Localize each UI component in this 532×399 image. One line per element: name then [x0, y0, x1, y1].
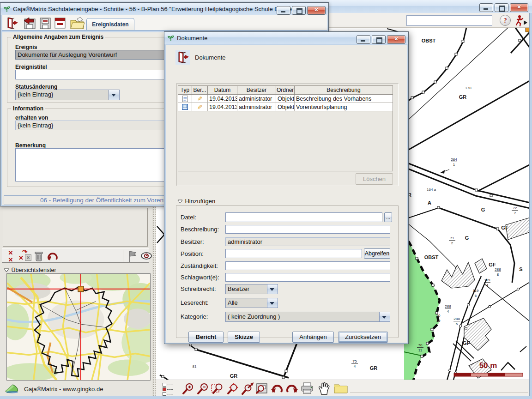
kategorie-dropdown-icon[interactable] [379, 312, 390, 321]
pan-hand-icon[interactable] [318, 381, 330, 395]
folder-icon[interactable] [333, 382, 348, 394]
hinzufuegen-header[interactable]: Hinzufügen [177, 197, 215, 204]
svg-text:81: 81 [193, 364, 197, 369]
dialog-maximize-button[interactable] [372, 35, 386, 44]
run-tool-icon[interactable] [514, 14, 528, 27]
plant-icon [168, 35, 174, 42]
svg-text:GR: GR [370, 365, 378, 371]
print-icon[interactable] [300, 382, 314, 395]
map-bottom-toolbar [156, 380, 532, 396]
svg-text:288: 288 [495, 267, 501, 272]
svg-text:71: 71 [450, 236, 454, 240]
dialog-close-button[interactable]: ✕ [387, 35, 405, 44]
svg-text:72: 72 [513, 206, 517, 210]
schlagworte-label: Schlagwort(e): [181, 274, 219, 281]
bemerkung-label: Bemerkung [15, 142, 46, 149]
help-icon[interactable]: ? [500, 15, 511, 26]
abgreifen-button[interactable]: Abgreifen [364, 248, 390, 259]
zoom-window-icon[interactable] [211, 382, 224, 395]
beschreibung-input[interactable] [225, 225, 390, 234]
col-datum: Datum [208, 86, 237, 94]
buildings-hatched [441, 218, 532, 378]
save-icon[interactable] [38, 16, 52, 30]
save-return-icon[interactable] [23, 16, 36, 30]
cell-besitzer: administrator [237, 103, 276, 111]
zoom-scale-icon[interactable] [241, 382, 255, 395]
kategorie-combo[interactable]: ( keine Zuordnung ) [225, 312, 390, 322]
documents-table[interactable]: Typ Ber... Datum Besitzer Ordner Beschre… [178, 85, 393, 171]
schlagworte-input[interactable] [225, 273, 390, 282]
schreibrecht-dropdown-icon[interactable] [267, 284, 278, 294]
anhaengen-button[interactable]: Anhängen [292, 332, 334, 343]
zustaendigkeit-input[interactable] [225, 261, 390, 270]
app-status-text: Gaja®Matrix - www.gingko.de [24, 386, 103, 393]
svg-text:7: 7 [514, 211, 516, 215]
dialog-titlebar[interactable]: Dokumente ✕ [164, 32, 408, 44]
svg-text:75: 75 [353, 359, 357, 363]
table-header-row[interactable]: Typ Ber... Datum Besitzer Ordner Beschre… [178, 86, 393, 95]
col-ber: Ber... [192, 86, 208, 94]
dialog-minimize-button[interactable] [357, 35, 370, 44]
svg-text:4: 4 [447, 309, 449, 314]
main-minimize-button[interactable] [277, 6, 290, 15]
statusaenderung-label: Statusänderung [15, 84, 57, 90]
tabpane-edge [2, 30, 327, 30]
bericht-button[interactable]: Bericht [188, 332, 224, 343]
map-maximize-button[interactable] [495, 3, 508, 12]
dokumente-dialog: Dokumente ✕ Dokumente Typ Ber... Datum B… [164, 31, 409, 344]
statusaenderung-dropdown-icon[interactable] [109, 90, 119, 100]
trash-icon[interactable] [34, 251, 43, 262]
svg-text:OBST: OBST [424, 254, 439, 260]
table-row[interactable]: ✎ 19.04.2013 administrator Objekt Beschr… [178, 95, 393, 103]
pencil-icon[interactable]: ✎ [196, 96, 203, 101]
position-input[interactable] [225, 249, 362, 258]
undo-icon[interactable] [271, 382, 284, 394]
main-close-button[interactable]: ✕ [307, 6, 326, 15]
schreibrecht-label: Schreibrecht: [181, 285, 216, 292]
map-search-input[interactable] [406, 15, 492, 26]
deselect-all-icon[interactable]: ✕✕ [6, 250, 16, 263]
map-close-button[interactable]: ✕ [510, 3, 528, 12]
zoom-in-icon[interactable] [182, 382, 195, 395]
map-minimize-button[interactable] [479, 3, 493, 12]
svg-text:GF: GF [489, 262, 496, 267]
main-maximize-button[interactable] [292, 6, 306, 15]
statusaenderung-combo[interactable]: {kein Eintrag} [15, 90, 120, 100]
undo-selection-icon[interactable] [46, 250, 59, 262]
leserecht-combo[interactable]: Alle [225, 298, 278, 308]
overview-map[interactable] [6, 273, 151, 381]
browse-button[interactable]: ... [384, 212, 392, 222]
loeschen-button[interactable]: Löschen [356, 173, 393, 185]
selection-toolbar: ✕✕ ✕ ↷ ✕ [2, 248, 149, 263]
invert-selection-icon[interactable]: ✕ ↷ ✕ [18, 251, 31, 262]
svg-text:2: 2 [451, 241, 453, 245]
schreibrecht-combo[interactable]: Besitzer [225, 284, 278, 294]
beschreibung-label: Beschreibung: [181, 226, 219, 233]
zoom-out-icon[interactable] [197, 382, 210, 395]
legend-icon[interactable] [163, 382, 175, 393]
hinzufuegen-label: Hinzufügen [185, 198, 215, 205]
pencil-icon[interactable]: ✎ [196, 104, 203, 109]
svg-text:10: 10 [436, 319, 441, 323]
svg-text:6: 6 [475, 294, 477, 298]
open-folder-icon[interactable] [70, 16, 85, 30]
zoom-extent-icon[interactable] [255, 382, 269, 395]
selection-list-panel[interactable] [3, 208, 148, 247]
uebersicht-header[interactable]: Übersichtsfenster [4, 266, 56, 273]
redo-icon[interactable] [285, 382, 298, 394]
zoom-pan-icon[interactable] [226, 382, 240, 395]
datei-input[interactable] [225, 212, 382, 222]
tab-ereignisdaten[interactable]: Ereignisdaten [86, 18, 134, 30]
eye-icon[interactable] [140, 252, 152, 260]
close-window-icon[interactable] [53, 16, 67, 30]
main-window-titlebar[interactable]: Gaja®Matrix Sachdateneingabe - Schritte … [0, 3, 328, 15]
documents-door-icon[interactable] [175, 50, 190, 65]
skizze-button[interactable]: Skizze [228, 332, 260, 343]
ereignistitel-label: Ereignistitel [15, 64, 47, 70]
leserecht-dropdown-icon[interactable] [267, 298, 278, 308]
zuruecksetzen-button[interactable]: Zurücksetzen [338, 332, 388, 343]
flag-icon[interactable] [127, 250, 138, 263]
exit-door-icon[interactable] [5, 16, 19, 30]
main-toolbar: Ereignisdaten [2, 15, 327, 30]
table-row[interactable]: ✎ 19.04.2013 administrator Objekt Vorent… [178, 103, 393, 111]
